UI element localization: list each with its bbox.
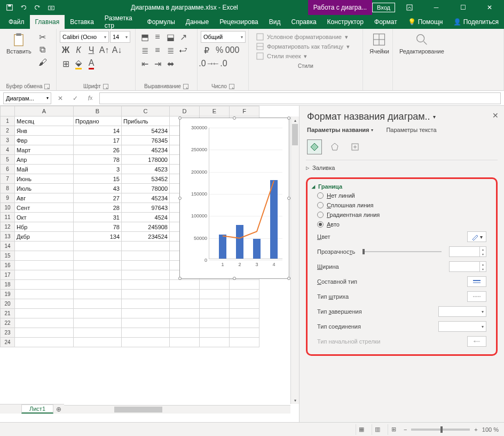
row-header[interactable]: 15	[0, 251, 15, 261]
copy-icon[interactable]: ⧉	[37, 44, 49, 56]
tab-view[interactable]: Вид	[264, 15, 286, 29]
row-header[interactable]: 1	[0, 116, 15, 126]
cell[interactable]	[122, 299, 170, 309]
cell[interactable]: 134	[74, 232, 122, 242]
comma-icon[interactable]: 000	[226, 44, 238, 56]
clipboard-launcher[interactable]	[44, 84, 50, 89]
chart-line[interactable]	[209, 128, 287, 260]
row-header[interactable]: 5	[0, 155, 15, 165]
column-header[interactable]: A	[15, 106, 74, 116]
zoom-in-button[interactable]: +	[474, 426, 477, 433]
cell[interactable]: 17	[74, 136, 122, 145]
color-picker[interactable]: ▾	[467, 231, 486, 242]
cell[interactable]: 14	[74, 126, 122, 136]
cell[interactable]	[15, 290, 74, 299]
cell[interactable]	[230, 290, 259, 299]
align-bottom-icon[interactable]: ⬓	[164, 31, 176, 43]
cell[interactable]	[230, 328, 259, 338]
cell[interactable]	[15, 318, 74, 328]
cell[interactable]	[200, 290, 230, 299]
format-painter-icon[interactable]: 🖌	[37, 57, 49, 68]
cell[interactable]: Март	[15, 145, 74, 155]
row-header[interactable]: 14	[0, 242, 15, 251]
fx-icon[interactable]: fx	[84, 92, 96, 104]
column-header[interactable]: B	[74, 106, 122, 116]
cell[interactable]	[15, 261, 74, 270]
row-header[interactable]: 22	[0, 318, 15, 328]
column-header[interactable]: E	[200, 106, 230, 116]
cell[interactable]: Месяц	[15, 116, 74, 126]
decrease-decimal-icon[interactable]: ←.0	[214, 58, 225, 69]
cell[interactable]	[170, 328, 200, 338]
tab-data[interactable]: Данные	[180, 15, 214, 29]
resize-handle[interactable]	[178, 116, 182, 120]
font-name-combo[interactable]: Calibri (Осно▾	[60, 31, 109, 43]
tab-format[interactable]: Формат	[369, 15, 403, 29]
column-header[interactable]: D	[170, 106, 200, 116]
cell[interactable]	[15, 242, 74, 251]
cell[interactable]: Июль	[15, 184, 74, 193]
resize-handle[interactable]	[178, 277, 182, 280]
cell[interactable]	[230, 318, 259, 328]
cell[interactable]: 178000	[122, 155, 170, 165]
transparency-input[interactable]: ▴▾	[449, 246, 486, 257]
cell[interactable]	[200, 299, 230, 309]
row-header[interactable]: 6	[0, 165, 15, 174]
tab-layout[interactable]: Разметка стр	[99, 15, 142, 29]
cell[interactable]	[122, 290, 170, 299]
italic-button[interactable]: К	[73, 44, 84, 56]
cell[interactable]	[74, 318, 122, 328]
format-as-table-button[interactable]: Форматировать как таблицу ▾	[256, 43, 355, 50]
cell[interactable]	[200, 318, 230, 328]
cell[interactable]	[170, 299, 200, 309]
cell[interactable]	[15, 280, 74, 290]
cell[interactable]: 76345	[122, 136, 170, 145]
decrease-font-icon[interactable]: A↓	[111, 44, 123, 56]
number-format-combo[interactable]: Общий▾	[201, 31, 246, 43]
cell[interactable]: 245908	[122, 222, 170, 232]
zoom-out-button[interactable]: −	[404, 426, 407, 433]
cell[interactable]: Продано	[74, 116, 122, 126]
cell[interactable]	[170, 280, 200, 290]
cell[interactable]	[170, 338, 200, 347]
resize-handle[interactable]	[178, 197, 182, 200]
cell[interactable]: 3	[74, 165, 122, 174]
border-radio-option[interactable]: Авто	[312, 220, 492, 229]
width-input[interactable]: ▴▾	[449, 261, 486, 272]
increase-decimal-icon[interactable]: .0→	[201, 58, 212, 69]
row-header[interactable]: 7	[0, 174, 15, 184]
align-top-icon[interactable]: ⬒	[139, 31, 151, 43]
cell[interactable]	[74, 242, 122, 251]
row-header[interactable]: 20	[0, 299, 15, 309]
orientation-icon[interactable]: ↗	[177, 31, 189, 43]
align-middle-icon[interactable]: ≡	[152, 31, 163, 43]
page-layout-view-icon[interactable]: ▥	[372, 424, 383, 435]
cell[interactable]: 4523	[122, 165, 170, 174]
row-header[interactable]: 4	[0, 145, 15, 155]
cell[interactable]: 78	[74, 222, 122, 232]
border-radio-option[interactable]: Сплошная линия	[312, 200, 492, 210]
cell[interactable]	[200, 309, 230, 318]
bold-button[interactable]: Ж	[60, 44, 72, 56]
cell[interactable]: Фвр	[15, 136, 74, 145]
cell[interactable]	[15, 251, 74, 261]
chart-object[interactable]: 0500001000001500002000002500003000001234	[179, 118, 289, 279]
row-header[interactable]: 24	[0, 338, 15, 347]
cell[interactable]	[74, 299, 122, 309]
tab-design[interactable]: Конструктор	[322, 15, 369, 29]
increase-font-icon[interactable]: A↑	[98, 44, 110, 56]
row-header[interactable]: 8	[0, 184, 15, 193]
cell[interactable]: 53452	[122, 174, 170, 184]
cell[interactable]	[200, 280, 230, 290]
cell[interactable]	[74, 328, 122, 338]
cell[interactable]: 15	[74, 174, 122, 184]
cell[interactable]	[170, 318, 200, 328]
tab-file[interactable]: Файл	[3, 15, 30, 29]
ribbon-options-icon[interactable]	[397, 0, 422, 15]
cut-icon[interactable]: ✂	[37, 31, 49, 43]
align-right-icon[interactable]: ≣	[164, 44, 176, 56]
tell-me[interactable]: 💡Помощн	[403, 15, 448, 29]
row-header[interactable]: 3	[0, 136, 15, 145]
cell[interactable]	[122, 328, 170, 338]
column-header[interactable]: C	[122, 106, 170, 116]
